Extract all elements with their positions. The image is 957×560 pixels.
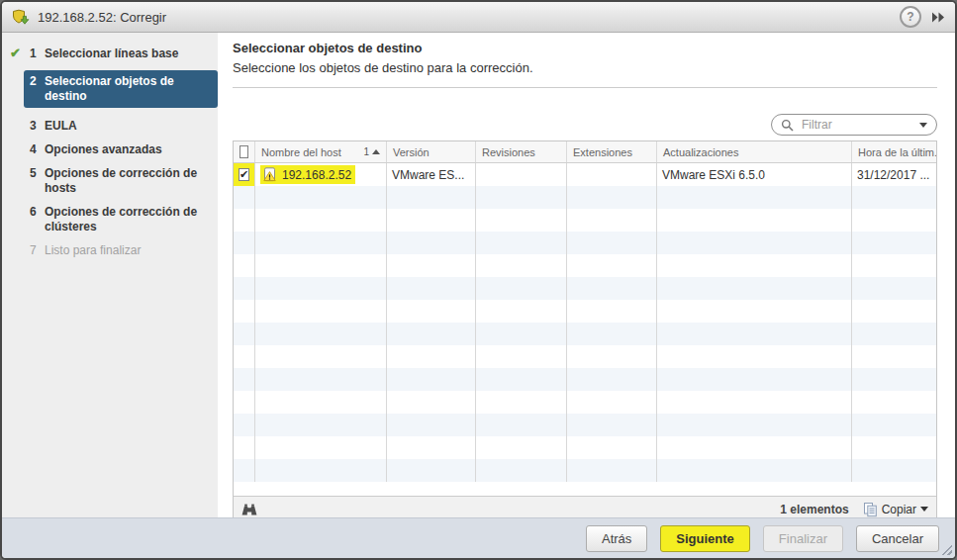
copy-dropdown-icon	[920, 507, 928, 512]
table-row[interactable]: ✔192.168.2.52VMware ES...VMware ESXi 6.5…	[234, 163, 936, 186]
empty-cell	[476, 232, 567, 254]
empty-cell	[476, 323, 567, 345]
select-all-checkbox[interactable]	[239, 145, 248, 158]
empty-cell	[852, 254, 936, 277]
empty-cell	[567, 368, 657, 391]
wizard-step-6[interactable]: 6Opciones de corrección de clústeres	[30, 205, 218, 234]
empty-cell	[657, 436, 852, 459]
wizard-step-5[interactable]: 5Opciones de corrección de hosts	[30, 166, 218, 196]
remediate-shield-icon	[12, 9, 30, 25]
empty-cell	[255, 323, 387, 345]
empty-cell	[852, 186, 936, 209]
table-empty-row	[234, 345, 936, 368]
column-header-lasttime[interactable]: Hora de la últim...	[852, 141, 936, 162]
find-binoculars-icon[interactable]	[241, 503, 257, 515]
table-empty-row	[234, 254, 936, 277]
empty-cell	[476, 436, 567, 459]
empty-cell	[567, 345, 657, 368]
page-subtitle: Seleccione los objetos de destino para l…	[233, 60, 937, 75]
back-button[interactable]: Atrás	[586, 525, 647, 552]
extensions-cell	[567, 163, 657, 186]
empty-cell	[567, 209, 657, 232]
divider	[233, 87, 937, 88]
wizard-steps: ✔1Seleccionar líneas base2Seleccionar ob…	[2, 33, 218, 517]
empty-cell	[387, 391, 476, 414]
table-empty-row	[234, 391, 936, 414]
empty-cell	[387, 186, 476, 209]
screen: 192.168.2.52: Corregir ? ✔1Seleccionar l…	[0, 0, 957, 560]
empty-cell	[476, 391, 567, 414]
empty-cell	[657, 323, 852, 345]
empty-cell	[234, 459, 255, 482]
step-label: Seleccionar líneas base	[45, 47, 211, 61]
host-warning-icon	[262, 167, 277, 182]
empty-cell	[657, 232, 852, 254]
empty-cell	[387, 368, 476, 391]
step-number: 5	[30, 166, 45, 196]
empty-cell	[852, 300, 936, 323]
cancel-button[interactable]: Cancelar	[856, 525, 939, 552]
step-done-check-icon: ✔	[10, 46, 21, 60]
empty-cell	[852, 436, 936, 459]
empty-cell	[657, 459, 852, 482]
wizard-step-1[interactable]: ✔1Seleccionar líneas base	[30, 47, 218, 61]
step-label: Seleccionar objetos de destino	[45, 74, 211, 104]
empty-cell	[255, 209, 387, 232]
wizard-step-3[interactable]: 3EULA	[30, 119, 218, 134]
header-select-all[interactable]	[234, 141, 255, 162]
empty-cell	[567, 232, 657, 254]
step-number: 2	[30, 74, 45, 104]
column-header-version[interactable]: Versión	[387, 141, 476, 162]
wizard-step-4[interactable]: 4Opciones avanzadas	[30, 142, 218, 157]
page-title: Seleccionar objetos de destino	[233, 41, 937, 55]
empty-cell	[476, 300, 567, 323]
table-empty-row	[234, 414, 936, 436]
double-arrow-icon[interactable]	[931, 12, 945, 23]
dialog-titlebar[interactable]: 192.168.2.52: Corregir ?	[2, 2, 955, 33]
column-header-extensions[interactable]: Extensiones	[567, 141, 657, 162]
table-empty-row	[234, 323, 936, 345]
step-number: 6	[30, 205, 45, 234]
empty-cell	[234, 186, 255, 209]
empty-cell	[567, 459, 657, 482]
empty-cell	[255, 391, 387, 414]
step-label: Opciones de corrección de clústeres	[45, 205, 211, 234]
column-header-updates[interactable]: Actualizaciones	[657, 141, 852, 162]
host-name-cell[interactable]: 192.168.2.52	[255, 163, 387, 186]
empty-cell	[657, 414, 852, 436]
empty-cell	[234, 414, 255, 436]
column-header-revisions[interactable]: Revisiones	[476, 141, 567, 162]
lasttime-cell: 31/12/2017 ...	[852, 163, 936, 186]
empty-cell	[567, 436, 657, 459]
empty-cell	[476, 368, 567, 391]
wizard-step-2[interactable]: 2Seleccionar objetos de destino	[24, 70, 218, 108]
step-label: EULA	[45, 119, 211, 134]
empty-cell	[657, 345, 852, 368]
next-button[interactable]: Siguiente	[660, 525, 750, 552]
filter-dropdown-icon[interactable]	[919, 123, 927, 128]
empty-cell	[657, 209, 852, 232]
help-icon[interactable]: ?	[900, 6, 921, 28]
empty-cell	[852, 414, 936, 436]
empty-cell	[387, 300, 476, 323]
resize-grip-icon[interactable]	[941, 544, 952, 555]
step-label: Listo para finalizar	[45, 243, 211, 258]
empty-cell	[567, 414, 657, 436]
column-header-host[interactable]: Nombre del host 1	[255, 141, 387, 162]
row-checkbox-cell[interactable]: ✔	[234, 163, 255, 186]
empty-cell	[234, 254, 255, 277]
empty-cell	[255, 459, 387, 482]
finish-button[interactable]: Finalizar	[763, 525, 843, 552]
copy-button[interactable]: Copiar	[863, 502, 928, 517]
table-empty-row	[234, 436, 936, 459]
empty-cell	[234, 277, 255, 300]
row-checkbox[interactable]: ✔	[239, 168, 249, 181]
filter-box[interactable]	[771, 114, 937, 136]
wizard-page: Seleccionar objetos de destino Seleccion…	[218, 33, 955, 517]
empty-cell	[657, 300, 852, 323]
empty-cell	[255, 300, 387, 323]
dialog-body: ✔1Seleccionar líneas base2Seleccionar ob…	[2, 33, 955, 517]
empty-cell	[387, 277, 476, 300]
filter-input[interactable]	[800, 117, 919, 133]
version-cell: VMware ES...	[387, 163, 476, 186]
